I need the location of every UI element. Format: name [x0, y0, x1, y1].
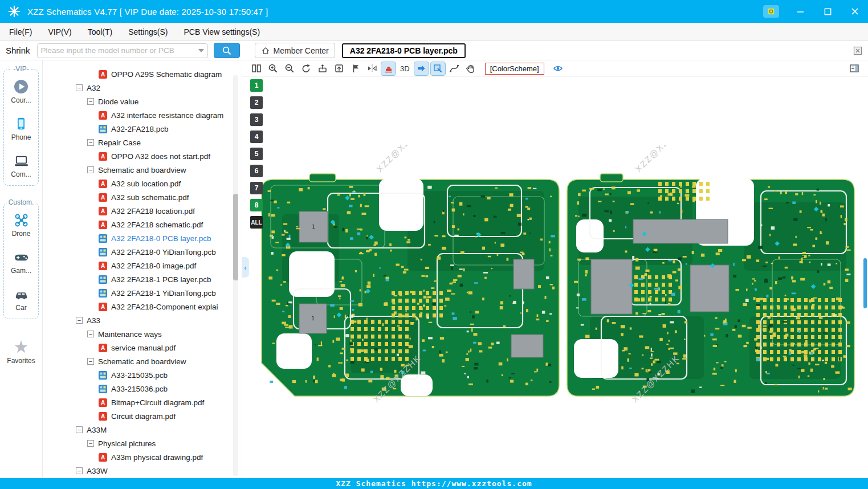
flag-icon[interactable] [348, 62, 362, 75]
collapse-panel-chevron[interactable]: ‹ [242, 257, 249, 278]
shrink-sidebar-button[interactable]: Shrink [5, 46, 31, 55]
layer-button-3[interactable]: 3 [250, 113, 263, 126]
collapse-toggle-icon[interactable]: − [76, 426, 83, 433]
tree-item[interactable]: AA32 2FA218 location.pdf [43, 204, 242, 218]
sidebar-item-gam[interactable]: Gam... [4, 249, 38, 275]
colorscheme-button[interactable]: [ColorScheme] [485, 63, 544, 75]
zoom-out-icon[interactable] [282, 62, 296, 75]
pcb-canvas[interactable]: 12345678ALL 11XZZ@XZZHKXZZ@XZZHKXZZ@XZZH… [242, 76, 868, 478]
sidebar-item-car[interactable]: Car [4, 286, 38, 312]
layer-button-8[interactable]: 8 [250, 199, 263, 211]
minimize-button[interactable] [794, 5, 806, 18]
pdf-icon: A [99, 70, 107, 79]
capture-icon[interactable] [332, 62, 346, 75]
search-button[interactable] [214, 43, 240, 58]
tree-item[interactable]: A33-215036.pcb [43, 382, 242, 396]
collapse-toggle-icon[interactable]: − [87, 358, 94, 365]
split-view-icon[interactable] [249, 62, 263, 75]
tree-item[interactable]: AOPPO A29S Schematic diagram [43, 67, 242, 81]
sidebar-item-phone[interactable]: Phone [4, 116, 38, 141]
curve-icon[interactable] [447, 62, 462, 75]
collapse-toggle-icon[interactable]: − [87, 166, 94, 173]
collapse-toggle-icon[interactable]: − [76, 84, 83, 91]
eye-icon[interactable] [551, 62, 565, 75]
layer-button-all[interactable]: ALL [250, 216, 263, 229]
layer-button-2[interactable]: 2 [250, 96, 263, 109]
tree-item[interactable]: AA32 2FA218-0 image.pdf [43, 259, 242, 272]
tree-item[interactable]: Aservice manual.pdf [43, 341, 242, 354]
tree-item[interactable]: A32 2FA218-0 YiDianTong.pcb [43, 245, 242, 259]
sidebar-item-cour[interactable]: Cour... [4, 79, 38, 104]
collapse-toggle-icon[interactable]: − [87, 98, 94, 105]
viewer-scrollbar-thumb[interactable] [863, 258, 867, 308]
maximize-button[interactable] [821, 5, 834, 18]
rotate-view-icon[interactable] [299, 62, 313, 75]
tree-item[interactable]: −Schematic and boardview [43, 163, 242, 177]
tree-item[interactable]: ABitmap+Circuit diagram.pdf [43, 396, 242, 409]
tab-pcb-file[interactable]: A32 2FA218-0 PCB layer.pcb [342, 43, 466, 58]
search-input[interactable] [41, 46, 196, 55]
tree-item[interactable]: −Schematic and boardview [43, 354, 242, 368]
grab-hand-icon[interactable] [464, 62, 478, 75]
tree-item[interactable]: −Repair Case [43, 136, 242, 149]
tree-item[interactable]: AA32 2FA218 schematic.pdf [43, 218, 242, 231]
pan-arrow-icon[interactable] [414, 62, 429, 75]
export-image-icon[interactable] [315, 62, 329, 75]
menu-item-pcb-view-settings[interactable]: PCB View settings(S) [184, 27, 260, 36]
tree-item[interactable]: A32 2FA218-0 PCB layer.pcb [43, 231, 242, 245]
svg-text:1: 1 [311, 316, 314, 321]
tree-item[interactable]: ACircuit diagram.pdf [43, 409, 242, 423]
tree-item[interactable]: AA32 sub schematic.pdf [43, 190, 242, 204]
layer-button-4[interactable]: 4 [250, 131, 263, 143]
sidebar-item-drone[interactable]: Drone [4, 212, 38, 238]
tree-item[interactable]: AA32 sub location.pdf [43, 177, 242, 190]
panel-right-icon[interactable] [847, 62, 861, 75]
layer-button-7[interactable]: 7 [250, 182, 263, 194]
tree-item[interactable]: A33-215035.pcb [43, 368, 242, 382]
tree-item[interactable]: −Diode value [43, 95, 242, 108]
collapse-toggle-icon[interactable]: − [76, 467, 83, 474]
pcb-board-view[interactable]: 11XZZ@XZZHKXZZ@XZZHKXZZ@XZZHKXZZ@XZZHK [259, 145, 858, 408]
tree-item[interactable]: AA32 interface resistance diagram [43, 108, 242, 122]
menu-item-file[interactable]: File(F) [9, 27, 32, 36]
close-button[interactable] [849, 5, 861, 18]
menu-item-tool[interactable]: Tool(T) [88, 27, 113, 36]
dropdown-caret-icon[interactable] [198, 49, 204, 52]
tree-item[interactable]: −Physical pictures [43, 437, 242, 450]
search-combobox[interactable] [37, 43, 208, 58]
pdf-icon: A [99, 180, 107, 188]
collapse-toggle-icon[interactable]: − [87, 440, 94, 447]
tree-item[interactable]: AA32 2FA218-Component explai [43, 300, 242, 313]
tree-item[interactable]: A32 2FA218-1 YiDianTong.pcb [43, 286, 242, 300]
collapse-toggle-icon[interactable]: − [87, 331, 94, 337]
vip-safe-icon[interactable] [763, 5, 779, 18]
layer-button-1[interactable]: 1 [250, 79, 263, 92]
collapse-toggle-icon[interactable]: − [87, 139, 94, 146]
layer-button-5[interactable]: 5 [250, 148, 263, 160]
collapse-toggle-icon[interactable]: − [76, 317, 83, 324]
tree-item[interactable]: AOPPO A32 does not start.pdf [43, 149, 242, 163]
tree-item[interactable]: A32-2FA218.pcb [43, 122, 242, 136]
flip-horizontal-icon[interactable] [365, 62, 379, 75]
tree-item[interactable]: −A33 [43, 313, 242, 327]
tree-item[interactable]: −A33M [43, 423, 242, 437]
tree-item[interactable]: −A32 [43, 81, 242, 95]
layer-button-6[interactable]: 6 [250, 165, 263, 177]
select-area-icon[interactable] [431, 62, 445, 75]
tree-item[interactable]: AA33m physical drawing.pdf [43, 450, 242, 464]
tree-item[interactable]: A32 2FA218-1 PCB layer.pcb [43, 272, 242, 286]
close-file-icon[interactable] [852, 45, 863, 56]
member-center-button[interactable]: Member Center [255, 43, 335, 58]
menu-item-vip[interactable]: VIP(V) [48, 27, 71, 36]
threed-view-button[interactable]: 3D [398, 64, 412, 73]
sidebar-item-favorites[interactable]: ★ Favorites [0, 339, 42, 365]
sidebar-item-com[interactable]: Com... [4, 153, 38, 178]
tree-scrollbar-thumb[interactable] [233, 194, 238, 280]
sidebar-item-label: Com... [11, 170, 31, 178]
tree-item[interactable]: −A33W [43, 464, 242, 478]
tree-scrollbar[interactable] [233, 75, 238, 476]
zoom-in-icon[interactable] [266, 62, 280, 75]
tree-item[interactable]: −Maintenance ways [43, 327, 242, 341]
menu-item-settings[interactable]: Settings(S) [128, 27, 168, 36]
diode-mode-icon[interactable] [381, 62, 396, 75]
